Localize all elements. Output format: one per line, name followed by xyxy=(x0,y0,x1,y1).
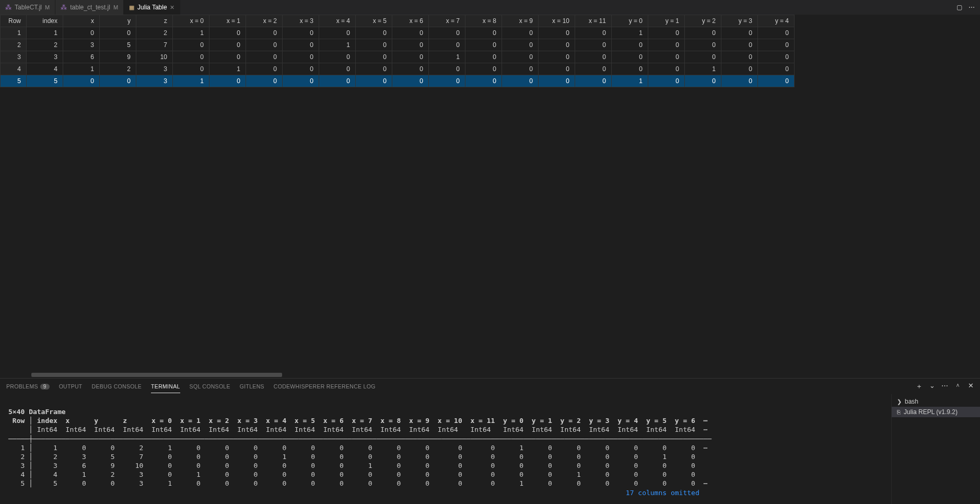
table-cell[interactable]: 1 xyxy=(319,39,356,51)
table-cell[interactable]: 0 xyxy=(209,75,246,87)
split-editor-icon[interactable]: ▢ xyxy=(956,4,962,11)
table-cell[interactable]: 1 xyxy=(27,27,63,39)
table-cell[interactable]: 0 xyxy=(356,51,392,63)
table-cell[interactable]: 0 xyxy=(429,27,465,39)
table-cell[interactable]: 0 xyxy=(392,75,429,87)
table-cell[interactable]: 0 xyxy=(465,75,502,87)
editor-tab[interactable]: ⁂table_ct_test.jlM xyxy=(55,0,124,15)
panel-close-icon[interactable]: ✕ xyxy=(968,382,974,391)
table-cell[interactable]: 5 xyxy=(1,75,27,87)
table-cell[interactable]: 0 xyxy=(539,39,575,51)
table-cell[interactable]: 1 xyxy=(173,27,209,39)
table-cell[interactable]: 0 xyxy=(246,51,283,63)
table-cell[interactable]: 0 xyxy=(283,75,319,87)
table-cell[interactable]: 0 xyxy=(685,51,721,63)
table-cell[interactable]: 0 xyxy=(612,39,648,51)
terminal-list-item[interactable]: ❯bash xyxy=(892,396,980,407)
table-cell[interactable]: 0 xyxy=(502,39,539,51)
table-cell[interactable]: 1 xyxy=(209,63,246,75)
table-cell[interactable]: 0 xyxy=(721,51,758,63)
panel-tab[interactable]: SQL CONSOLE xyxy=(190,380,230,393)
table-cell[interactable]: 0 xyxy=(429,75,465,87)
table-cell[interactable]: 0 xyxy=(758,27,795,39)
column-header[interactable]: Row xyxy=(1,15,27,27)
table-cell[interactable]: 0 xyxy=(100,75,136,87)
table-cell[interactable]: 0 xyxy=(246,75,283,87)
table-cell[interactable]: 0 xyxy=(575,63,612,75)
table-cell[interactable]: 3 xyxy=(136,75,173,87)
table-row[interactable]: 2235700001000000000000 xyxy=(1,39,795,51)
column-header[interactable]: x = 11 xyxy=(575,15,612,27)
table-cell[interactable]: 0 xyxy=(721,63,758,75)
table-cell[interactable]: 0 xyxy=(758,39,795,51)
column-header[interactable]: x = 4 xyxy=(319,15,356,27)
table-cell[interactable]: 0 xyxy=(612,63,648,75)
table-cell[interactable]: 0 xyxy=(392,63,429,75)
table-cell[interactable]: 2 xyxy=(100,63,136,75)
table-cell[interactable]: 1 xyxy=(1,27,27,39)
table-cell[interactable]: 2 xyxy=(27,39,63,51)
table-cell[interactable]: 3 xyxy=(27,51,63,63)
table-cell[interactable]: 0 xyxy=(721,39,758,51)
table-cell[interactable]: 0 xyxy=(63,75,100,87)
table-cell[interactable]: 0 xyxy=(502,51,539,63)
table-cell[interactable]: 0 xyxy=(283,39,319,51)
table-cell[interactable]: 0 xyxy=(721,27,758,39)
table-cell[interactable]: 0 xyxy=(539,27,575,39)
column-header[interactable]: y xyxy=(100,15,136,27)
table-viewer[interactable]: Rowindexxyzx = 0x = 1x = 2x = 3x = 4x = … xyxy=(0,15,980,87)
column-header[interactable]: y = 1 xyxy=(648,15,685,27)
table-cell[interactable]: 0 xyxy=(575,75,612,87)
table-cell[interactable]: 0 xyxy=(246,63,283,75)
table-cell[interactable]: 0 xyxy=(319,75,356,87)
table-cell[interactable]: 0 xyxy=(209,39,246,51)
panel-tab[interactable]: TERMINAL xyxy=(151,380,180,393)
table-cell[interactable]: 0 xyxy=(319,63,356,75)
table-cell[interactable]: 10 xyxy=(136,51,173,63)
table-cell[interactable]: 0 xyxy=(100,27,136,39)
table-cell[interactable]: 0 xyxy=(173,39,209,51)
table-cell[interactable]: 0 xyxy=(209,51,246,63)
column-header[interactable]: y = 0 xyxy=(612,15,648,27)
column-header[interactable]: y = 4 xyxy=(758,15,795,27)
close-icon[interactable]: × xyxy=(170,4,174,11)
panel-more-icon[interactable]: ⋯ xyxy=(941,382,948,391)
table-cell[interactable]: 0 xyxy=(758,63,795,75)
table-cell[interactable]: 0 xyxy=(502,27,539,39)
table-cell[interactable]: 0 xyxy=(283,63,319,75)
table-cell[interactable]: 2 xyxy=(1,39,27,51)
table-cell[interactable]: 0 xyxy=(575,27,612,39)
table-cell[interactable]: 0 xyxy=(685,39,721,51)
terminal-output[interactable]: 5×40 DataFrame Row │ index x y z x = 0 x… xyxy=(0,394,891,504)
table-cell[interactable]: 0 xyxy=(539,75,575,87)
table-cell[interactable]: 0 xyxy=(758,75,795,87)
table-cell[interactable]: 0 xyxy=(392,51,429,63)
terminal-list-item[interactable]: ⎘Julia REPL (v1.9.2) xyxy=(892,407,980,417)
table-cell[interactable]: 0 xyxy=(283,27,319,39)
column-header[interactable]: y = 2 xyxy=(685,15,721,27)
table-cell[interactable]: 0 xyxy=(648,27,685,39)
table-cell[interactable]: 0 xyxy=(612,51,648,63)
column-header[interactable]: z xyxy=(136,15,173,27)
column-header[interactable]: x = 9 xyxy=(502,15,539,27)
table-cell[interactable]: 1 xyxy=(612,75,648,87)
table-cell[interactable]: 9 xyxy=(100,51,136,63)
table-cell[interactable]: 0 xyxy=(356,27,392,39)
table-cell[interactable]: 1 xyxy=(685,63,721,75)
table-cell[interactable]: 1 xyxy=(612,27,648,39)
table-cell[interactable]: 0 xyxy=(685,75,721,87)
table-cell[interactable]: 4 xyxy=(1,63,27,75)
table-cell[interactable]: 0 xyxy=(173,51,209,63)
table-cell[interactable]: 0 xyxy=(502,63,539,75)
editor-tab[interactable]: ▦Julia Table× xyxy=(124,0,180,15)
table-cell[interactable]: 0 xyxy=(209,27,246,39)
column-header[interactable]: y = 3 xyxy=(721,15,758,27)
table-cell[interactable]: 0 xyxy=(429,39,465,51)
table-cell[interactable]: 3 xyxy=(63,39,100,51)
column-header[interactable]: x = 0 xyxy=(173,15,209,27)
column-header[interactable]: x = 8 xyxy=(465,15,502,27)
panel-maximize-icon[interactable]: ＾ xyxy=(954,382,961,391)
new-terminal-icon[interactable]: ＋ xyxy=(916,382,923,391)
table-cell[interactable]: 3 xyxy=(136,63,173,75)
table-cell[interactable]: 0 xyxy=(465,51,502,63)
